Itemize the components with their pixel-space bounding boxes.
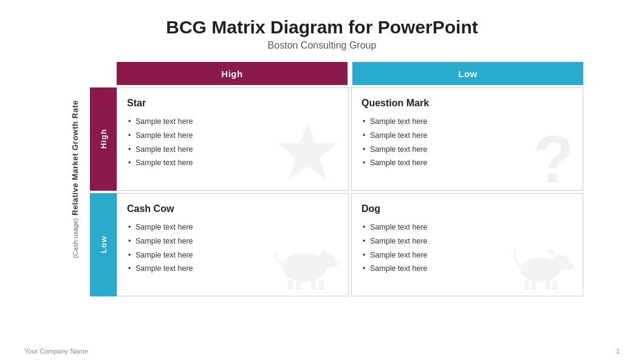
list-item: Sample text here [127,262,338,276]
matrix-main: High Low High Star Sample text here Samp… [90,62,583,296]
quadrant-star: Star Sample text here Sample text here S… [117,87,349,191]
column-header-high: High [117,62,348,85]
slide-title: BCG Matrix Diagram for PowerPoint [166,17,478,38]
svg-rect-6 [296,281,301,290]
quadrant-cash-cow: Cash Cow Sample text here Sample text he… [117,193,349,296]
svg-rect-7 [310,281,316,290]
list-item: Sample text here [127,115,338,129]
quadrant-question-mark: Question Mark Sample text here Sample te… [351,87,583,191]
cash-cow-list: Sample text here Sample text here Sample… [127,220,338,276]
row-label-high: High [90,87,117,191]
list-item: Sample text here [361,262,573,276]
y-axis-sublabel: (Cash usage) [72,218,79,258]
row-label-low: Low [90,193,117,296]
matrix-row-low: Low Cash Cow Sample text here Sample tex… [90,193,583,296]
list-item: Sample text here [361,248,573,262]
cash-cow-title: Cash Cow [127,203,338,214]
list-item: Sample text here [127,156,338,170]
svg-rect-5 [288,281,293,290]
dog-title: Dog [361,203,573,214]
list-item: Sample text here [127,248,338,262]
list-item: Sample text here [361,115,573,129]
list-item: Sample text here [127,129,338,143]
dog-list: Sample text here Sample text here Sample… [361,220,573,276]
footer-company: Your Company Name [24,347,88,355]
y-axis-container: Relative Market Growth Rate (Cash usage) [61,62,90,296]
svg-rect-15 [552,281,557,290]
star-list: Sample text here Sample text here Sample… [127,115,338,170]
column-header-low: Low [352,62,583,85]
list-item: Sample text here [127,220,338,234]
matrix-wrapper: Relative Market Growth Rate (Cash usage)… [61,62,583,296]
quadrant-row-bottom: Cash Cow Sample text here Sample text he… [117,193,583,296]
quadrant-row-top: Star Sample text here Sample text here S… [117,87,583,191]
svg-rect-13 [532,281,536,290]
list-item: Sample text here [127,234,338,248]
list-item: Sample text here [361,143,573,157]
list-item: Sample text here [361,129,573,143]
svg-rect-12 [524,281,529,290]
star-title: Star [127,98,338,109]
list-item: Sample text here [127,143,338,157]
list-item: Sample text here [361,220,573,234]
slide-subtitle: Boston Consulting Group [268,40,377,51]
question-mark-list: Sample text here Sample text here Sample… [361,115,573,170]
svg-rect-8 [319,281,324,290]
list-item: Sample text here [361,234,573,248]
list-item: Sample text here [361,156,573,170]
quadrant-dog: Dog Sample text here Sample text here Sa… [351,193,583,296]
footer-page: 1 [616,347,620,355]
matrix-row-high: High Star Sample text here Sample text h… [90,87,583,191]
y-axis-label: Relative Market Growth Rate [70,100,80,216]
question-mark-title: Question Mark [361,98,573,109]
matrix-header-row: High Low [117,62,583,85]
svg-rect-14 [545,281,550,290]
slide: BCG Matrix Diagram for PowerPoint Boston… [0,0,644,362]
